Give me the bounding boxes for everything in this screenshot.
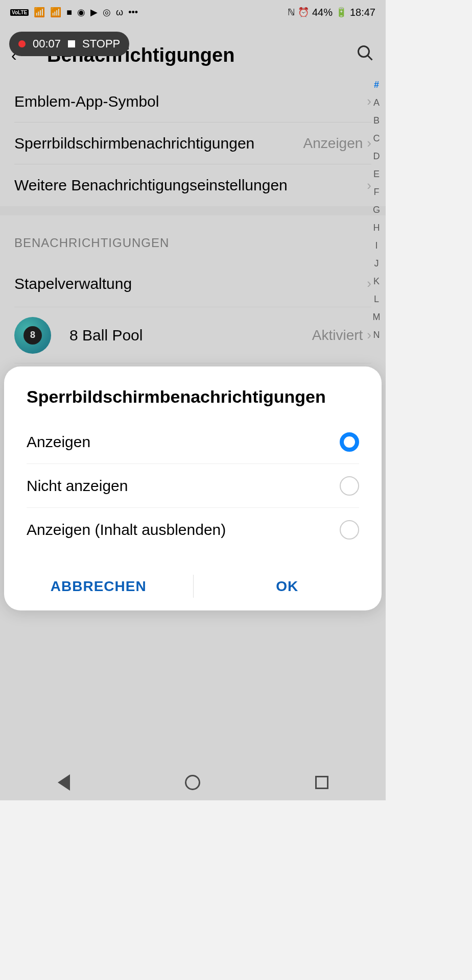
status-right: ℕ ⏰ 44% 🔋 18:47	[288, 7, 375, 18]
signal-icon: 📶	[34, 7, 45, 18]
screen-recorder-pill[interactable]: 00:07 STOPP	[9, 32, 129, 56]
battery-icon: 🔋	[336, 7, 347, 18]
alpha-letter[interactable]: C	[373, 133, 380, 144]
lockscreen-notifications-dialog: Sperrbildschirmbenachrichtigungen Anzeig…	[4, 366, 382, 610]
clock: 18:47	[350, 7, 375, 18]
setting-stack-management[interactable]: Stapelverwaltung ›	[14, 260, 371, 307]
dialog-actions: ABBRECHEN OK	[4, 562, 382, 610]
option-label: Anzeigen (Inhalt ausblenden)	[27, 521, 340, 538]
alpha-letter[interactable]: D	[373, 151, 380, 162]
alpha-letter[interactable]: H	[373, 223, 380, 233]
alpha-letter[interactable]: G	[373, 205, 380, 215]
alpha-letter[interactable]: A	[373, 97, 380, 108]
search-button[interactable]	[356, 44, 374, 67]
alpha-letter[interactable]: B	[373, 115, 380, 126]
nav-back-button[interactable]	[58, 774, 70, 791]
option-hide[interactable]: Nicht anzeigen	[27, 464, 359, 508]
wish-icon: ω	[116, 7, 123, 18]
radio-unchecked-icon[interactable]	[340, 520, 359, 540]
square-icon: ■	[66, 7, 72, 18]
setting-emblem-app-symbol[interactable]: Emblem-App-Symbol ›	[14, 81, 371, 122]
app-row-8ballpool[interactable]: 8 Ball Pool Aktiviert ›	[14, 307, 371, 363]
nav-recent-button[interactable]	[315, 776, 328, 789]
record-dot-icon	[18, 40, 26, 47]
record-stop-label: STOPP	[82, 37, 120, 51]
setting-label: Weitere Benachrichtigungseinstellungen	[14, 177, 367, 194]
alpha-letter[interactable]: K	[373, 276, 380, 287]
option-label: Nicht anzeigen	[27, 477, 340, 495]
battery-percent: 44%	[312, 7, 333, 18]
setting-lockscreen-notifications[interactable]: Sperrbildschirmbenachrichtigungen Anzeig…	[14, 122, 371, 164]
youtube-icon: ▶	[90, 7, 98, 18]
alpha-letter[interactable]: I	[375, 240, 377, 251]
wifi-icon: 📶	[50, 7, 61, 18]
alpha-letter[interactable]: L	[374, 294, 379, 305]
alpha-letter[interactable]: N	[373, 330, 380, 340]
status-bar: VoLTE 📶 📶 ■ ◉ ▶ ◎ ω ••• ℕ ⏰ 44% 🔋 18:47	[0, 0, 386, 24]
instagram-icon: ◎	[103, 7, 111, 18]
navigation-bar	[0, 765, 386, 800]
spotify-icon: ◉	[77, 7, 85, 18]
app-status: Aktiviert	[312, 327, 363, 344]
ok-button[interactable]: OK	[193, 562, 382, 610]
status-left: VoLTE 📶 📶 ■ ◉ ▶ ◎ ω •••	[10, 7, 138, 18]
alpha-letter[interactable]: E	[373, 169, 380, 180]
setting-label: Emblem-App-Symbol	[14, 93, 367, 110]
alpha-letter[interactable]: F	[374, 187, 380, 198]
nav-home-button[interactable]	[185, 775, 200, 790]
setting-more-notification-settings[interactable]: Weitere Benachrichtigungseinstellungen ›	[14, 164, 371, 206]
dialog-options: Anzeigen Nicht anzeigen Anzeigen (Inhalt…	[4, 420, 382, 552]
app-name: 8 Ball Pool	[69, 327, 312, 344]
option-label: Anzeigen	[27, 433, 340, 451]
more-icon: •••	[128, 7, 138, 18]
record-time: 00:07	[33, 37, 61, 51]
alpha-letter[interactable]: J	[374, 258, 379, 269]
setting-label: Stapelverwaltung	[14, 275, 367, 292]
section-divider	[0, 206, 386, 215]
setting-value: Anzeigen	[303, 135, 363, 152]
alarm-icon: ⏰	[298, 7, 309, 18]
nfc-icon: ℕ	[288, 7, 295, 18]
radio-unchecked-icon[interactable]	[340, 476, 359, 496]
radio-checked-icon[interactable]	[340, 432, 359, 452]
alpha-letter[interactable]: M	[373, 312, 381, 323]
svg-line-1	[368, 55, 372, 60]
cancel-button[interactable]: ABBRECHEN	[4, 562, 193, 610]
app-icon	[14, 317, 51, 354]
option-show[interactable]: Anzeigen	[27, 420, 359, 464]
setting-label: Sperrbildschirmbenachrichtigungen	[14, 135, 303, 152]
alpha-hash[interactable]: #	[374, 80, 379, 90]
option-show-hide-content[interactable]: Anzeigen (Inhalt ausblenden)	[27, 508, 359, 552]
volte-badge: VoLTE	[10, 9, 29, 16]
svg-point-0	[359, 46, 369, 57]
dialog-title: Sperrbildschirmbenachrichtigungen	[4, 366, 382, 420]
stop-icon	[68, 40, 75, 47]
section-header: Benachrichtigungen	[14, 215, 371, 260]
